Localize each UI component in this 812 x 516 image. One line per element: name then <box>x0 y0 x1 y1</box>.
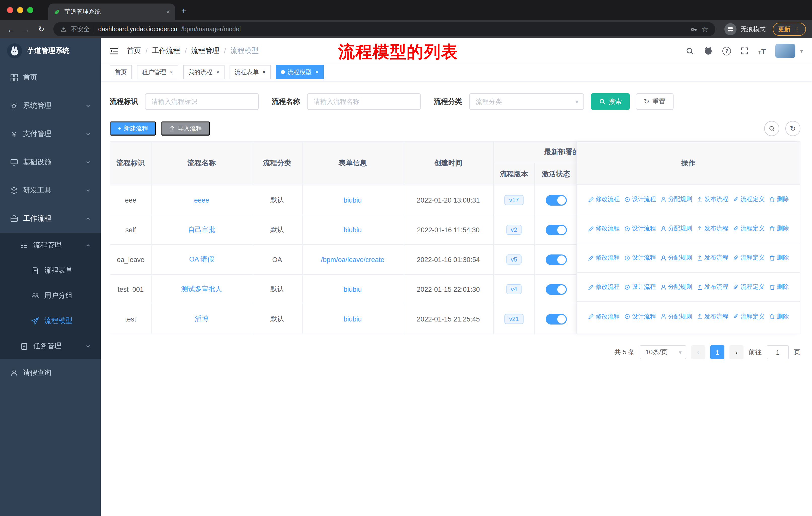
form-info-link[interactable]: biubiu <box>344 196 362 204</box>
publish-process-link[interactable]: 发布流程 <box>697 224 728 233</box>
back-button[interactable]: ← <box>4 22 18 36</box>
process-name-input[interactable] <box>307 93 421 110</box>
help-icon[interactable]: ? <box>722 47 731 55</box>
form-info-link[interactable]: biubiu <box>344 226 362 234</box>
category-select[interactable]: 流程分类 ▾ <box>469 93 584 110</box>
design-process-link[interactable]: 设计流程 <box>624 253 656 262</box>
delete-link[interactable]: 删除 <box>769 195 789 203</box>
process-definition-link[interactable]: 流程定义 <box>733 195 765 203</box>
sidebar-item-devtools[interactable]: 研发工具 <box>0 176 101 205</box>
sidebar-fold-icon[interactable] <box>110 47 119 55</box>
process-definition-link[interactable]: 流程定义 <box>733 253 765 262</box>
assign-rule-link[interactable]: 分配规则 <box>661 253 692 262</box>
edit-process-link[interactable]: 修改流程 <box>588 253 620 262</box>
process-definition-link[interactable]: 流程定义 <box>733 224 765 233</box>
sidebar-item-infrastructure[interactable]: 基础设施 <box>0 148 101 176</box>
close-window-button[interactable] <box>7 7 13 13</box>
tag-tenant[interactable]: 租户管理 × <box>137 65 178 79</box>
reload-button[interactable]: ↻ <box>34 22 48 36</box>
delete-link[interactable]: 删除 <box>769 224 789 233</box>
tag-close-icon[interactable]: × <box>216 69 220 76</box>
fullscreen-icon[interactable] <box>741 47 749 55</box>
sidebar-item-system[interactable]: 系统管理 <box>0 92 101 120</box>
design-process-link[interactable]: 设计流程 <box>624 283 656 291</box>
process-key-input[interactable] <box>145 93 259 110</box>
browser-tab[interactable]: 芋道管理系统 × <box>48 3 175 20</box>
edit-process-link[interactable]: 修改流程 <box>588 195 620 203</box>
forward-button[interactable]: → <box>19 22 33 36</box>
process-name-link[interactable]: 滔博 <box>195 315 208 324</box>
process-name-link[interactable]: eeee <box>194 196 209 204</box>
browser-menu-icon[interactable]: ⋮ <box>794 25 801 33</box>
design-process-link[interactable]: 设计流程 <box>624 195 656 203</box>
process-name-link[interactable]: OA 请假 <box>189 255 214 264</box>
zoom-window-button[interactable] <box>27 7 33 13</box>
sidebar-item-process-management[interactable]: 流程管理 <box>0 233 101 258</box>
active-toggle[interactable] <box>546 314 567 324</box>
active-toggle[interactable] <box>546 224 567 235</box>
browser-update-button[interactable]: 更新 ⋮ <box>773 23 806 36</box>
process-definition-link[interactable]: 流程定义 <box>733 283 765 291</box>
assign-rule-link[interactable]: 分配规则 <box>661 283 692 291</box>
minimize-window-button[interactable] <box>17 7 23 13</box>
sidebar-item-leave-query[interactable]: 请假查询 <box>0 359 101 387</box>
goto-page-input[interactable] <box>767 345 789 359</box>
process-name-link[interactable]: 自己审批 <box>188 225 215 234</box>
tag-close-icon[interactable]: × <box>315 69 319 76</box>
password-key-icon[interactable] <box>690 25 697 33</box>
breadcrumb-home[interactable]: 首页 <box>127 46 141 55</box>
tag-process-form[interactable]: 流程表单 × <box>230 65 271 79</box>
toggle-search-button[interactable] <box>764 121 779 136</box>
sidebar-item-workflow[interactable]: 工作流程 <box>0 205 101 233</box>
tag-home[interactable]: 首页 <box>110 65 132 79</box>
delete-link[interactable]: 删除 <box>769 253 789 262</box>
new-tab-button[interactable]: + <box>175 6 186 20</box>
form-info-link[interactable]: /bpm/oa/leave/create <box>321 256 384 263</box>
refresh-table-button[interactable]: ↻ <box>785 121 801 136</box>
page-size-select[interactable]: 10条/页 ▾ <box>640 345 686 359</box>
delete-link[interactable]: 删除 <box>769 283 789 291</box>
publish-process-link[interactable]: 发布流程 <box>697 312 728 321</box>
sidebar-item-payment[interactable]: ¥ 支付管理 <box>0 120 101 148</box>
address-bar[interactable]: ⚠ 不安全 dashboard.yudao.iocoder.cn/bpm/man… <box>53 22 715 36</box>
tag-close-icon[interactable]: × <box>262 69 266 76</box>
reset-button[interactable]: ↻ 重置 <box>636 93 673 110</box>
security-warning-icon[interactable]: ⚠ <box>60 25 67 33</box>
active-toggle[interactable] <box>546 284 567 295</box>
search-icon[interactable] <box>686 47 694 55</box>
tag-process-model[interactable]: 流程模型 × <box>276 65 324 79</box>
create-process-button[interactable]: + 新建流程 <box>110 121 156 136</box>
tag-my-process[interactable]: 我的流程 × <box>183 65 225 79</box>
assign-rule-link[interactable]: 分配规则 <box>661 312 692 321</box>
breadcrumb-workflow[interactable]: 工作流程 <box>152 46 180 55</box>
sidebar-item-process-model[interactable]: 流程模型 <box>0 308 101 333</box>
tag-close-icon[interactable]: × <box>170 69 173 76</box>
user-avatar[interactable] <box>776 44 795 58</box>
breadcrumb-process-management[interactable]: 流程管理 <box>191 46 220 55</box>
page-number-current[interactable]: 1 <box>710 345 724 359</box>
edit-process-link[interactable]: 修改流程 <box>588 312 620 321</box>
edit-process-link[interactable]: 修改流程 <box>588 224 620 233</box>
process-definition-link[interactable]: 流程定义 <box>733 312 765 321</box>
process-name-link[interactable]: 测试多审批人 <box>181 285 222 294</box>
sidebar-item-user-group[interactable]: 用户分组 <box>0 283 101 308</box>
delete-link[interactable]: 删除 <box>769 312 789 321</box>
tab-close-icon[interactable]: × <box>166 8 170 16</box>
publish-process-link[interactable]: 发布流程 <box>697 283 728 291</box>
assign-rule-link[interactable]: 分配规则 <box>661 195 692 203</box>
edit-process-link[interactable]: 修改流程 <box>588 283 620 291</box>
design-process-link[interactable]: 设计流程 <box>624 312 656 321</box>
design-process-link[interactable]: 设计流程 <box>624 224 656 233</box>
sidebar-item-task-management[interactable]: 任务管理 <box>0 333 101 359</box>
github-icon[interactable] <box>704 46 713 55</box>
search-button[interactable]: 搜索 <box>591 93 630 110</box>
font-size-icon[interactable]: TT <box>758 47 766 55</box>
assign-rule-link[interactable]: 分配规则 <box>661 224 692 233</box>
sidebar-item-process-form[interactable]: 流程表单 <box>0 258 101 283</box>
publish-process-link[interactable]: 发布流程 <box>697 195 728 203</box>
next-page-button[interactable]: › <box>729 345 744 359</box>
active-toggle[interactable] <box>546 195 567 205</box>
publish-process-link[interactable]: 发布流程 <box>697 253 728 262</box>
sidebar-item-home[interactable]: 首页 <box>0 63 101 92</box>
prev-page-button[interactable]: ‹ <box>691 345 705 359</box>
